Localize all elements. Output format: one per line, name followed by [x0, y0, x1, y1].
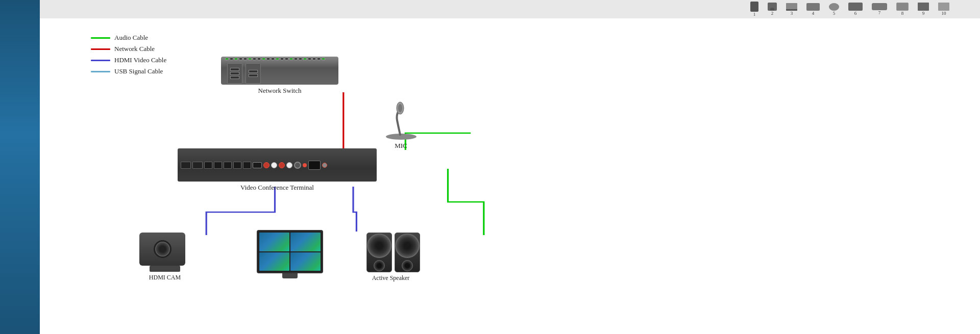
vct-port-rca-w2: [286, 162, 292, 168]
speaker-woofer-left: [367, 234, 391, 258]
switch-port: [248, 58, 252, 60]
vct-port-hdmi: [214, 162, 222, 169]
vct-body: [178, 148, 377, 182]
top-device-10[interactable]: 10: [938, 3, 949, 16]
top-device-9[interactable]: 9: [918, 3, 929, 16]
cam-base: [150, 266, 180, 272]
switch-port: [253, 58, 256, 60]
left-sidebar: [0, 0, 40, 334]
mic-svg: [381, 100, 422, 141]
vct-port-rca-w: [271, 162, 277, 168]
main-content: 1 2 3 4 5 6 7 8: [40, 0, 980, 334]
mic-device: MIC: [379, 100, 423, 143]
switch-port: [262, 58, 265, 60]
vct-device: Video Conference Terminal: [178, 148, 377, 187]
switch-port: [312, 58, 316, 60]
top-device-5[interactable]: 5: [829, 3, 839, 16]
display-panel-1: [259, 233, 289, 251]
speaker-woofer-right: [395, 234, 420, 258]
vct-label: Video Conference Terminal: [178, 184, 377, 192]
cam-body: [139, 233, 185, 266]
diagram-area: Audio Cable Network Cable HDMI Video Cab…: [40, 18, 980, 334]
vct-port-usb: [181, 162, 191, 169]
vct-port-hdmi: [233, 162, 241, 169]
speaker-left: [366, 233, 392, 272]
switch-mgmt-port: [249, 70, 258, 73]
switch-port: [294, 58, 298, 60]
switch-port: [225, 58, 229, 60]
switch-port: [285, 58, 288, 60]
top-device-7[interactable]: 7: [872, 3, 887, 15]
display-device: [257, 230, 323, 281]
vct-port-audio: [322, 163, 327, 168]
vct-port-hdmi: [204, 162, 212, 169]
switch-port: [289, 58, 293, 60]
vct-port-hdmi: [224, 162, 232, 169]
vct-port-hdmi: [243, 162, 251, 169]
switch-port: [271, 58, 275, 60]
switch-mgmt: [246, 63, 261, 84]
switch-mgmt-port: [249, 74, 258, 77]
display-panel-3: [259, 252, 289, 271]
top-device-4[interactable]: 4: [806, 3, 820, 16]
top-num-7: 7: [878, 10, 881, 15]
switch-sfp: [227, 63, 242, 84]
speaker-tweeter-right: [402, 260, 413, 271]
vct-port-usb: [192, 162, 203, 169]
top-num-5: 5: [833, 11, 836, 16]
top-num-6: 6: [854, 11, 857, 16]
switch-port: [276, 58, 279, 60]
svg-point-1: [386, 134, 416, 140]
switch-port: [317, 58, 321, 60]
top-num-4: 4: [812, 11, 815, 16]
camera-device: HDMI CAM: [139, 233, 190, 278]
top-num-1: 1: [753, 12, 756, 17]
switch-port: [239, 58, 242, 60]
camera-label: HDMI CAM: [139, 274, 190, 281]
speaker-tweeter-left: [374, 260, 385, 271]
switch-port: [280, 58, 284, 60]
top-strip: 1 2 3 4 5 6 7 8: [40, 0, 980, 18]
display-panel-2: [290, 233, 321, 251]
top-num-3: 3: [791, 11, 793, 16]
switch-sfp-port: [230, 76, 239, 79]
switch-port: [257, 58, 261, 60]
switch-sfp-port: [230, 72, 239, 75]
top-num-9: 9: [922, 11, 925, 16]
switch-port: [308, 58, 311, 60]
switch-port: [322, 58, 325, 60]
switch-port: [303, 58, 307, 60]
top-device-1[interactable]: 1: [750, 2, 758, 17]
mic-label: MIC: [379, 142, 423, 150]
top-device-6[interactable]: 6: [848, 3, 863, 16]
top-device-2[interactable]: 2: [768, 3, 777, 16]
display-body: [257, 230, 323, 273]
switch-port: [230, 58, 233, 60]
top-num-10: 10: [942, 11, 946, 16]
vct-port-db9: [308, 161, 321, 170]
switch-port: [299, 58, 302, 60]
top-num-2: 2: [771, 11, 774, 16]
vct-port-rj45: [253, 162, 262, 168]
svg-point-3: [398, 104, 402, 112]
vct-led: [303, 163, 307, 167]
display-panel-4: [290, 252, 321, 271]
vct-port-xlr: [294, 162, 301, 169]
cam-lens: [154, 240, 172, 258]
speaker-right: [395, 233, 420, 272]
network-switch-label: Network Switch: [221, 87, 338, 95]
speaker-device: Active Speaker: [366, 233, 415, 278]
mic-body: [379, 100, 423, 141]
top-device-3[interactable]: 3: [786, 3, 797, 16]
vct-port-rca-r2: [279, 162, 285, 168]
switch-port: [266, 58, 270, 60]
top-device-8[interactable]: 8: [896, 3, 909, 16]
switch-sfp-port: [230, 68, 239, 71]
top-num-8: 8: [901, 11, 904, 16]
speaker-label: Active Speaker: [366, 274, 415, 282]
vct-port-rca-r: [263, 162, 270, 168]
display-stand: [282, 273, 298, 278]
switch-port: [234, 58, 238, 60]
switch-port: [243, 58, 247, 60]
network-switch-device: Network Switch: [221, 57, 338, 92]
